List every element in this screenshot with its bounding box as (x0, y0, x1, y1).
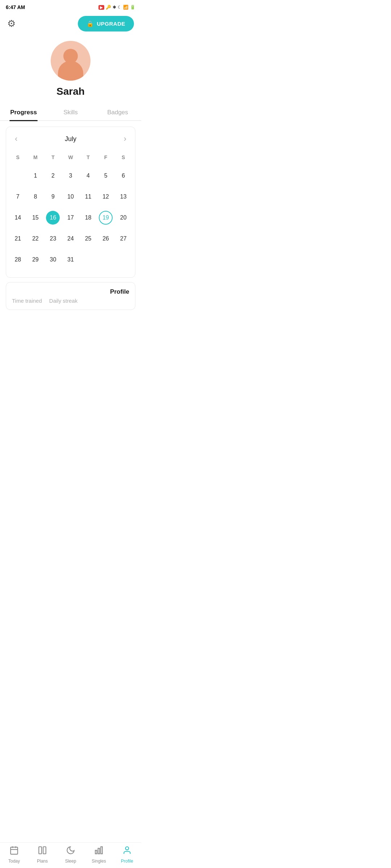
cal-cell[interactable]: 26 (97, 228, 115, 249)
cal-cell[interactable]: 2 (44, 165, 62, 186)
cal-cell[interactable]: 28 (9, 249, 27, 270)
status-icons: ▶ 🔑 ✱ ☾ 📶 🔋 (98, 5, 135, 10)
lock-icon: 🔒 (87, 20, 94, 27)
avatar (51, 41, 91, 81)
calendar-header: ‹ July › (9, 133, 132, 145)
cal-cell[interactable]: 29 (27, 249, 45, 270)
day-header-tue: T (44, 152, 62, 165)
cal-cell[interactable]: 21 (9, 228, 27, 249)
settings-button[interactable]: ⚙ (7, 18, 16, 29)
cal-cell[interactable]: 12 (97, 186, 115, 207)
cal-cell[interactable]: 11 (79, 186, 97, 207)
cal-cell[interactable]: 1 (27, 165, 45, 186)
cal-cell[interactable]: 30 (44, 249, 62, 270)
cal-cell[interactable]: 31 (62, 249, 80, 270)
cal-cell[interactable]: 10 (62, 186, 80, 207)
stats-card-title: Profile (12, 288, 129, 295)
moon-icon: ☾ (118, 5, 122, 10)
day-header-fri: F (97, 152, 115, 165)
cal-cell[interactable]: 8 (27, 186, 45, 207)
tabs-bar: Progress Skills Badges (0, 105, 141, 121)
calendar-grid: S M T W T F S 1 2 3 4 5 6 7 8 9 10 11 12… (9, 152, 132, 270)
calendar-prev-button[interactable]: ‹ (12, 133, 20, 145)
top-header: ⚙ 🔒 UPGRADE (0, 13, 141, 37)
day-header-wed: W (62, 152, 80, 165)
cal-cell[interactable]: 9 (44, 186, 62, 207)
day-header-mon: M (27, 152, 45, 165)
avatar-body (58, 61, 83, 81)
status-time: 6:47 AM (6, 4, 25, 10)
bluetooth-icon: ✱ (113, 5, 116, 10)
cal-cell[interactable]: 15 (27, 207, 45, 228)
upgrade-label: UPGRADE (97, 21, 125, 27)
cal-cell (79, 249, 97, 270)
calendar-month: July (65, 135, 76, 143)
cal-cell-16[interactable]: 16 (44, 207, 62, 228)
day-header-sat: S (114, 152, 132, 165)
cal-cell[interactable]: 17 (62, 207, 80, 228)
cal-cell[interactable]: 23 (44, 228, 62, 249)
cal-cell[interactable]: 7 (9, 186, 27, 207)
key-icon: 🔑 (106, 5, 111, 10)
calendar-next-button[interactable]: › (121, 133, 129, 145)
cal-cell[interactable]: 6 (114, 165, 132, 186)
stats-card: Profile Time trained Daily streak (6, 282, 135, 310)
calendar-card: ‹ July › S M T W T F S 1 2 3 4 5 6 7 8 9… (6, 127, 135, 278)
wifi-icon: 📶 (123, 5, 129, 10)
tab-skills[interactable]: Skills (47, 105, 94, 120)
battery-icon: 🔋 (130, 5, 135, 10)
cal-cell[interactable]: 18 (79, 207, 97, 228)
user-name: Sarah (56, 86, 85, 97)
tab-badges[interactable]: Badges (94, 105, 141, 120)
stats-row: Time trained Daily streak (12, 298, 129, 304)
tab-progress[interactable]: Progress (0, 105, 47, 120)
cal-cell (9, 165, 27, 186)
cal-cell[interactable]: 25 (79, 228, 97, 249)
record-icon: ▶ (98, 5, 104, 10)
daily-streak-label: Daily streak (49, 298, 77, 304)
cal-cell[interactable]: 27 (114, 228, 132, 249)
cal-cell[interactable]: 5 (97, 165, 115, 186)
cal-cell[interactable]: 3 (62, 165, 80, 186)
day-header-thu: T (79, 152, 97, 165)
cal-cell[interactable]: 24 (62, 228, 80, 249)
day-header-sun: S (9, 152, 27, 165)
cal-cell (97, 249, 115, 270)
cal-cell (114, 249, 132, 270)
cal-cell[interactable]: 20 (114, 207, 132, 228)
cal-cell[interactable]: 4 (79, 165, 97, 186)
cal-cell[interactable]: 13 (114, 186, 132, 207)
gear-icon: ⚙ (7, 18, 16, 29)
avatar-section: Sarah (0, 37, 141, 105)
cal-cell-19[interactable]: 19 (97, 207, 115, 228)
upgrade-button[interactable]: 🔒 UPGRADE (78, 16, 134, 31)
cal-cell[interactable]: 22 (27, 228, 45, 249)
status-bar: 6:47 AM ▶ 🔑 ✱ ☾ 📶 🔋 (0, 0, 141, 13)
time-trained-label: Time trained (12, 298, 42, 304)
cal-cell[interactable]: 14 (9, 207, 27, 228)
